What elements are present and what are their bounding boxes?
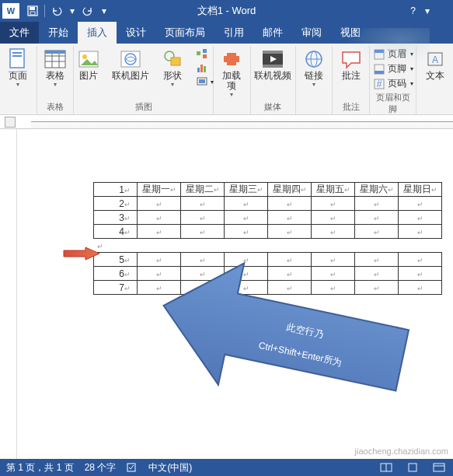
- shapes-button[interactable]: 形状 ▾: [157, 47, 188, 88]
- table-cell[interactable]: 1↵: [94, 183, 138, 197]
- save-button[interactable]: [26, 4, 40, 18]
- pages-button[interactable]: 页面 ▾: [2, 47, 33, 88]
- blank-line[interactable]: ↵: [94, 239, 442, 253]
- svg-rect-22: [200, 65, 203, 72]
- group-label-headerfooter: 页眉和页脚: [375, 90, 412, 117]
- page-number-button[interactable]: #页码▾: [373, 77, 413, 90]
- svg-text:Ctrl+Shift+Enter所为: Ctrl+Shift+Enter所为: [258, 340, 343, 368]
- comment-button[interactable]: 批注: [336, 47, 367, 81]
- tab-mailings[interactable]: 邮件: [253, 22, 292, 44]
- svg-rect-18: [197, 51, 200, 55]
- tab-insert[interactable]: 插入: [78, 22, 117, 44]
- view-read-mode[interactable]: [378, 461, 394, 474]
- svg-rect-17: [171, 58, 180, 65]
- svg-rect-3: [10, 49, 24, 68]
- svg-rect-4: [12, 52, 22, 54]
- svg-rect-20: [203, 54, 207, 58]
- svg-rect-25: [199, 79, 205, 83]
- links-button[interactable]: 链接 ▾: [298, 47, 329, 88]
- svg-rect-2: [30, 12, 35, 15]
- vertical-ruler[interactable]: [0, 129, 17, 462]
- qat-customize[interactable]: ▾: [99, 4, 109, 18]
- view-web-layout[interactable]: [431, 461, 447, 474]
- status-spellcheck-icon[interactable]: [127, 462, 138, 473]
- table-header[interactable]: 星期三↵: [225, 183, 268, 197]
- table-header[interactable]: 星期六↵: [355, 183, 399, 197]
- chart-button[interactable]: [196, 61, 214, 74]
- tab-view[interactable]: 视图: [331, 22, 370, 44]
- svg-rect-27: [263, 51, 283, 54]
- online-video-button[interactable]: 联机视频: [253, 47, 293, 81]
- table-header[interactable]: 星期五↵: [312, 183, 355, 197]
- svg-rect-1: [30, 7, 35, 10]
- online-pictures-button[interactable]: 联机图片: [110, 47, 151, 81]
- svg-rect-5: [12, 55, 22, 57]
- tab-design[interactable]: 设计: [117, 22, 155, 44]
- group-label-table: 表格: [47, 100, 64, 114]
- header-button[interactable]: 页眉▾: [373, 47, 413, 61]
- status-language[interactable]: 中文(中国): [148, 461, 192, 474]
- svg-rect-11: [45, 51, 65, 54]
- svg-text:此空行乃: 此空行乃: [286, 322, 325, 341]
- ribbon: 页面 ▾ 表格 ▾ 表格 图片 联机图片: [0, 44, 453, 115]
- table-header[interactable]: 星期一↵: [138, 183, 181, 197]
- svg-rect-19: [203, 49, 207, 53]
- tab-file[interactable]: 文件: [0, 22, 39, 44]
- status-word-count[interactable]: 28 个字: [85, 461, 117, 474]
- tab-layout[interactable]: 页面布局: [155, 22, 214, 44]
- group-label-comments: 批注: [343, 100, 360, 114]
- svg-rect-21: [197, 68, 200, 72]
- svg-rect-45: [409, 464, 416, 471]
- group-label-media: 媒体: [264, 100, 281, 114]
- view-print-layout[interactable]: [405, 461, 420, 474]
- status-page[interactable]: 第 1 页，共 1 页: [6, 461, 74, 474]
- document-area[interactable]: 1↵ 星期一↵ 星期二↵ 星期三↵ 星期四↵ 星期五↵ 星期六↵ 星期日↵ 2↵…: [0, 129, 453, 462]
- table-header[interactable]: 星期日↵: [399, 183, 442, 197]
- svg-point-13: [82, 54, 87, 59]
- word-app-icon: W: [2, 3, 19, 19]
- annotation-red-arrow: [62, 246, 101, 261]
- svg-text:#: #: [376, 79, 382, 89]
- svg-rect-28: [263, 65, 283, 68]
- textbox-button[interactable]: A 文本: [420, 47, 451, 81]
- ruler-corner[interactable]: [5, 117, 16, 128]
- table-button[interactable]: 表格 ▾: [40, 47, 71, 88]
- addins-button[interactable]: 加载 项 ▾: [216, 47, 247, 98]
- svg-rect-35: [375, 71, 384, 74]
- tab-home[interactable]: 开始: [39, 22, 78, 44]
- redo-button[interactable]: [81, 4, 95, 18]
- undo-button[interactable]: [50, 4, 64, 18]
- page: 1↵ 星期一↵ 星期二↵ 星期三↵ 星期四↵ 星期五↵ 星期六↵ 星期日↵ 2↵…: [31, 137, 445, 454]
- footer-button[interactable]: 页脚▾: [373, 62, 413, 75]
- svg-rect-23: [204, 66, 206, 72]
- ribbon-display-options[interactable]: ▾: [425, 5, 430, 16]
- svg-rect-46: [434, 464, 444, 471]
- ribbon-tabs: 文件 开始 插入 设计 页面布局 引用 邮件 审阅 视图: [0, 22, 453, 44]
- help-button[interactable]: ?: [410, 5, 416, 16]
- horizontal-ruler[interactable]: [0, 115, 453, 129]
- document-table[interactable]: 1↵ 星期一↵ 星期二↵ 星期三↵ 星期四↵ 星期五↵ 星期六↵ 星期日↵ 2↵…: [93, 182, 442, 295]
- table-header[interactable]: 星期二↵: [181, 183, 225, 197]
- pictures-button[interactable]: 图片: [73, 47, 104, 81]
- undo-dropdown[interactable]: ▾: [68, 4, 76, 18]
- svg-text:A: A: [432, 54, 438, 65]
- group-label-illustrations: 插图: [135, 100, 152, 114]
- status-bar: 第 1 页，共 1 页 28 个字 中文(中国): [0, 459, 453, 476]
- svg-rect-33: [375, 50, 384, 53]
- table-header[interactable]: 星期四↵: [268, 183, 312, 197]
- tab-references[interactable]: 引用: [214, 22, 253, 44]
- tab-review[interactable]: 审阅: [292, 22, 331, 44]
- screenshot-button[interactable]: ▾: [196, 75, 214, 88]
- smartart-button[interactable]: [196, 47, 214, 60]
